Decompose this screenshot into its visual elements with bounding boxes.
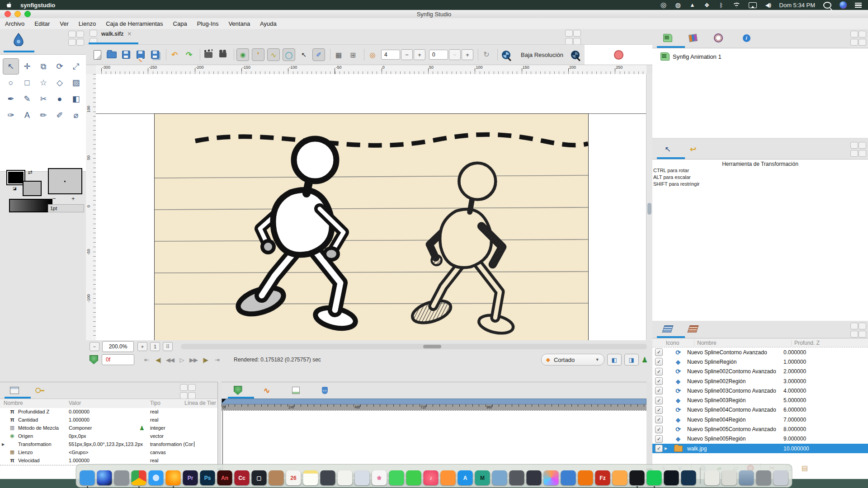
photos[interactable]: ❀ bbox=[372, 470, 387, 485]
save-all-button[interactable] bbox=[149, 49, 161, 61]
zoom-in-button[interactable]: + bbox=[137, 342, 147, 351]
menubar-system-icon[interactable] bbox=[823, 2, 831, 9]
layer-row[interactable]: ✓ ▶ walk.jpg 10.000000 bbox=[652, 444, 868, 453]
column-header-icon[interactable]: Icono bbox=[666, 340, 694, 346]
bone-setup-icon[interactable]: ♟ bbox=[642, 356, 648, 364]
layer-visibility-checkbox[interactable]: ✓ bbox=[655, 416, 663, 423]
menubar-status-icon[interactable] bbox=[704, 1, 710, 9]
menubar-status-icon[interactable] bbox=[749, 2, 757, 8]
itunes[interactable]: ♪ bbox=[424, 470, 439, 485]
siri[interactable] bbox=[97, 470, 112, 485]
rectangle-tool[interactable]: □ bbox=[19, 75, 35, 91]
param-row[interactable]: ▶ Origen 0px,0px ♟ vector bbox=[0, 432, 217, 441]
layer-visibility-checkbox[interactable]: ✓ bbox=[655, 406, 663, 414]
column-header-type[interactable]: Tipo bbox=[150, 400, 160, 406]
fill-color-swatch[interactable] bbox=[23, 181, 42, 196]
app-store[interactable]: A bbox=[458, 470, 473, 485]
text-tool[interactable]: A bbox=[19, 107, 35, 123]
menubar-status-icon[interactable] bbox=[689, 1, 696, 9]
layer-expander-icon[interactable]: ▶ bbox=[663, 446, 669, 450]
param-value[interactable]: 0px,0px bbox=[69, 433, 86, 439]
param-value[interactable]: 1.000000 bbox=[69, 417, 90, 422]
document-tab[interactable]: walk.sifz ✕ bbox=[101, 31, 132, 37]
brush-size-decrease-button[interactable]: − bbox=[52, 195, 56, 202]
params-tab[interactable] bbox=[9, 385, 20, 396]
keyframes-list-tab[interactable] bbox=[290, 385, 301, 396]
folder-stack[interactable] bbox=[722, 470, 737, 485]
menubar-status-icon[interactable] bbox=[765, 1, 771, 9]
param-row[interactable]: ▶ Cantidad 1.000000 ♟ real bbox=[0, 416, 217, 424]
menubar-status-icon[interactable] bbox=[675, 1, 681, 9]
synfig-logo-icon[interactable] bbox=[13, 33, 24, 46]
show-grid-button[interactable]: ▦ bbox=[333, 49, 344, 61]
frame-app[interactable]: ▢ bbox=[252, 470, 267, 485]
seek-begin-button[interactable]: ⇤ bbox=[141, 354, 152, 365]
width-tool[interactable]: ● bbox=[52, 91, 68, 107]
app-menu-item[interactable]: Plug-Ins bbox=[192, 20, 224, 27]
gradient-swatch[interactable] bbox=[9, 199, 52, 212]
app-menu-item[interactable]: Ventana bbox=[223, 20, 255, 27]
zoom-out-button[interactable]: − bbox=[90, 342, 99, 351]
animate[interactable]: An bbox=[217, 470, 232, 485]
timetrack-shield-icon[interactable] bbox=[90, 355, 98, 364]
timetrack-ruler[interactable]: 0f24f48f72f96f bbox=[222, 399, 646, 410]
keyframes-tab[interactable] bbox=[33, 385, 43, 396]
time-slider[interactable] bbox=[222, 399, 646, 404]
param-value[interactable]: 551px,9px,0.00°,123.2px,123.2px bbox=[69, 441, 143, 447]
menubar-app-name[interactable]: synfigstudio bbox=[20, 2, 55, 9]
pictures-app[interactable] bbox=[492, 470, 507, 485]
circle-tool[interactable]: ○ bbox=[3, 75, 19, 91]
app-menu-item[interactable]: Capa bbox=[168, 20, 192, 27]
canvas-vertical-scrollbar[interactable] bbox=[646, 74, 652, 340]
textedit[interactable] bbox=[338, 470, 353, 485]
layer-visibility-checkbox[interactable]: ✓ bbox=[655, 387, 663, 394]
ducks-tab[interactable]: <> bbox=[319, 385, 330, 396]
photoshop[interactable]: Ps bbox=[200, 470, 215, 485]
brush-size-field[interactable]: 1pt bbox=[48, 204, 84, 212]
messages[interactable] bbox=[389, 470, 404, 485]
record-button[interactable] bbox=[614, 50, 623, 60]
canvases-tab[interactable] bbox=[662, 33, 673, 43]
column-header-timeline[interactable]: Línea de Tiempo bbox=[184, 400, 216, 406]
canvas-viewport[interactable] bbox=[96, 74, 646, 340]
timetrack-tab[interactable] bbox=[232, 385, 243, 396]
system-preferences[interactable] bbox=[355, 470, 370, 485]
open-file-button[interactable] bbox=[106, 49, 118, 61]
panel-corner-buttons[interactable] bbox=[180, 384, 195, 399]
filezilla[interactable]: Fz bbox=[595, 470, 610, 485]
menubar-status-icon[interactable] bbox=[733, 3, 741, 8]
safari[interactable] bbox=[149, 470, 164, 485]
layer-row[interactable]: ✓ ▶ Nuevo SplineRegión 1.000000 bbox=[652, 357, 868, 366]
launchpad[interactable] bbox=[114, 470, 129, 485]
layer-row[interactable]: ✓ ▶ Nuevo Spline005Región 9.000000 bbox=[652, 434, 868, 444]
fill-tool[interactable]: ◧ bbox=[68, 91, 84, 107]
calendar[interactable]: 26 bbox=[286, 470, 301, 485]
star-tool[interactable]: ☆ bbox=[35, 75, 52, 91]
panel-corner-buttons[interactable] bbox=[850, 142, 865, 157]
horizontal-ruler[interactable]: -300-250-200-150-100-5005010015020025030… bbox=[96, 65, 646, 75]
preview-button[interactable] bbox=[217, 49, 229, 61]
sketch-tool[interactable]: ✏ bbox=[35, 107, 52, 123]
time-cursor-marker[interactable] bbox=[222, 399, 226, 403]
info-tab[interactable]: i bbox=[741, 33, 752, 43]
lock-past-keyframe-button[interactable]: ◧ bbox=[607, 354, 622, 366]
undo-button[interactable]: ↶ bbox=[169, 49, 180, 61]
brush-tool[interactable]: ✐ bbox=[52, 107, 68, 123]
seek-prev-keyframe-button[interactable]: ◀| bbox=[152, 354, 164, 365]
menubar-status-icon[interactable] bbox=[718, 1, 725, 9]
layer-row[interactable]: ✓ ▶ Nuevo SplineContorno Avanzado 0.0000… bbox=[652, 347, 868, 357]
decrease-resolution-button[interactable] bbox=[500, 49, 512, 61]
documents-stack[interactable] bbox=[705, 470, 720, 485]
seek-next-keyframe-button[interactable]: |▶ bbox=[199, 354, 211, 365]
premiere[interactable]: Pr bbox=[183, 470, 198, 485]
layer-visibility-checkbox[interactable]: ✓ bbox=[655, 348, 663, 356]
lock-future-keyframe-button[interactable]: ◨ bbox=[624, 354, 639, 366]
unity[interactable] bbox=[664, 470, 679, 485]
spline-tool[interactable]: ✒ bbox=[3, 91, 19, 107]
layer-visibility-checkbox[interactable]: ✓ bbox=[655, 368, 663, 375]
menubar-system-icon[interactable] bbox=[855, 3, 862, 8]
sets-tab[interactable] bbox=[688, 324, 698, 334]
layer-visibility-checkbox[interactable]: ✓ bbox=[655, 445, 663, 452]
past-frames-decrease-button[interactable]: − bbox=[401, 49, 413, 60]
param-row[interactable]: ▶ Método de Mezcla Componer ♟ integer bbox=[0, 424, 217, 432]
